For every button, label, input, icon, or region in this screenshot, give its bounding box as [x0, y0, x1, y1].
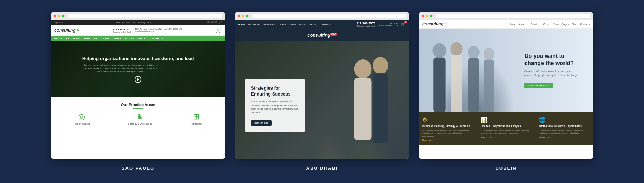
financial-icon: 📊	[481, 116, 531, 123]
sp-header: consulting 212 386 5575 Request a Call B…	[51, 25, 225, 36]
minimize-dot-db[interactable]	[426, 15, 428, 17]
browser-frame-sao-paulo: English ▼ Mon - Sat 8:00 - 18:00, Sunday…	[51, 12, 225, 159]
db-text-box: Do you want to change the world? Consult…	[518, 46, 588, 95]
db-hero-title: Do you want to change the world?	[524, 53, 582, 67]
db-service-planning-body: With insights into government policy, an…	[422, 129, 473, 138]
db-logo[interactable]: consulting™	[422, 22, 448, 26]
db-service-international-link[interactable]: Read more →	[539, 136, 590, 138]
abu-dhabi-label: ABU DHABI	[306, 166, 338, 171]
db-nav-news[interactable]: News	[553, 23, 559, 25]
sp-nav-news[interactable]: NEWS	[113, 37, 121, 40]
db-nav-contacts[interactable]: Contacts	[580, 23, 590, 25]
svg-rect-9	[468, 58, 479, 112]
sp-logo-dot	[77, 29, 79, 31]
sp-email[interactable]: info@consulting.com	[135, 30, 182, 32]
sao-paulo-label: SAO PAULO	[122, 166, 154, 171]
instagram-icon[interactable]	[215, 21, 217, 23]
svg-rect-3	[373, 73, 388, 143]
sp-nav-home[interactable]: HOME	[54, 37, 62, 40]
url-bar[interactable]	[68, 14, 222, 18]
sp-practice-strategy: ♞ Strategy & Operations	[128, 112, 152, 125]
sp-nav-contacts[interactable]: CONTACTS	[149, 37, 163, 40]
db-service-planning-link[interactable]: Read more →	[422, 139, 473, 141]
close-dot[interactable]	[54, 15, 56, 17]
db-service-planning-title: Business Planning, Strategy & Execution	[422, 124, 473, 128]
sp-phone-label: Request a Call Back	[113, 31, 131, 33]
close-dot-db[interactable]	[422, 15, 424, 17]
db-nav-shop[interactable]: Shop	[572, 23, 577, 25]
sp-topbar: English ▼ Mon - Sat 8:00 - 18:00, Sunday…	[51, 20, 225, 25]
db-service-financial: 📊 Financial Projections and Analysis Con…	[481, 116, 531, 141]
play-icon	[137, 78, 139, 81]
url-bar-ad[interactable]	[252, 14, 406, 18]
card-sao-paulo: English ▼ Mon - Sat 8:00 - 18:00, Sunday…	[51, 12, 225, 171]
minimize-dot[interactable]	[58, 15, 60, 17]
ad-header: HOME ABOUT US SERVICES CASES NEWS PAGES …	[235, 20, 409, 29]
technology-icon: ⊞	[190, 112, 202, 121]
expand-dot-db[interactable]	[430, 15, 432, 17]
sp-nav-services[interactable]: SERVICES	[84, 37, 97, 40]
expand-dot[interactable]	[62, 15, 64, 17]
ad-phone-number[interactable]: 212 386 5575	[356, 22, 375, 25]
db-cta-label: OUR SERVICES	[528, 84, 546, 86]
db-service-divider-2	[535, 116, 535, 141]
sp-practice-human-capital-label: Human Capital	[74, 123, 90, 125]
sp-hero-body: By making an impact on the current issue…	[82, 64, 159, 73]
arrow-right-icon: →	[547, 84, 550, 86]
svg-point-4	[432, 43, 446, 58]
sp-hours: Mon - Sat 8:00 - 18:00, Sunday CLOSED	[116, 22, 154, 24]
ad-nav-contacts[interactable]: CONTACTS	[319, 23, 332, 25]
ad-nav-services[interactable]: SERVICES	[263, 23, 275, 25]
sp-practice-tech: ⊞ Technology	[190, 112, 202, 125]
cart-icon[interactable]: 🛒	[216, 28, 222, 33]
sp-logo[interactable]: consulting	[54, 28, 79, 33]
sp-phone-number[interactable]: 212 386 5575	[113, 28, 131, 31]
ad-nav-pages[interactable]: PAGES	[299, 23, 307, 25]
close-dot-ad[interactable]	[238, 15, 240, 17]
db-nav-cases[interactable]: Cases	[543, 23, 550, 25]
ad-contact-right: 212 386 5575 Request a call back	[356, 22, 375, 27]
sp-nav-shop[interactable]: SHOP	[138, 37, 145, 40]
sp-address: 1010 Avenue of the Moon New York, NY 100…	[135, 28, 182, 30]
svg-point-2	[373, 57, 388, 74]
db-logo-accent: ™	[444, 22, 448, 26]
sp-practice-items: ◎ Human Capital ♞ Strategy & Operations …	[54, 112, 222, 125]
ad-logo-text[interactable]: consultingNEW	[307, 32, 336, 38]
twitter-icon[interactable]	[211, 21, 214, 23]
card-dublin: consulting™ Home About Us Services Cases…	[419, 12, 593, 171]
sp-language[interactable]: English ▼	[54, 22, 63, 24]
sp-play-button[interactable]	[135, 76, 141, 83]
db-nav-services[interactable]: Services	[531, 23, 540, 25]
expand-dot-ad[interactable]	[246, 15, 248, 17]
sp-hero-title: Helping organizations innovate, transfor…	[82, 56, 194, 62]
facebook-icon[interactable]	[207, 21, 210, 23]
ad-logo-bar: consultingNEW	[235, 29, 409, 41]
ad-nav-cases[interactable]: CASES	[278, 23, 286, 25]
url-bar-db[interactable]	[436, 14, 590, 18]
minimize-dot-ad[interactable]	[242, 15, 244, 17]
db-hero-cta[interactable]: OUR SERVICES →	[524, 83, 553, 88]
ad-hero-cta[interactable]: OUR CASES	[251, 120, 272, 126]
ad-nav: HOME ABOUT US SERVICES CASES NEWS PAGES …	[238, 23, 332, 25]
gallery-container: English ▼ Mon - Sat 8:00 - 18:00, Sunday…	[0, 2, 644, 181]
ad-nav-about[interactable]: ABOUT US	[248, 23, 260, 25]
db-nav-pages[interactable]: Pages	[562, 23, 569, 25]
sp-nav-about[interactable]: ABOUT US	[66, 37, 80, 40]
ad-nav-home[interactable]: HOME	[238, 23, 245, 25]
planning-icon: ⚙	[422, 116, 473, 123]
browser-bar	[51, 12, 225, 20]
sp-nav-cases[interactable]: CASES	[101, 37, 110, 40]
ad-cart-icon[interactable]: 🛒 2	[400, 22, 406, 27]
ad-nav-shop[interactable]: SHOP	[309, 23, 316, 25]
svg-rect-7	[451, 55, 462, 112]
sp-nav-pages[interactable]: PAGES	[125, 37, 134, 40]
db-hero-body: Consulting WP provides consulting, ideas…	[524, 70, 582, 77]
db-service-financial-link[interactable]: Read more →	[481, 136, 531, 138]
search-icon[interactable]	[219, 21, 222, 24]
svg-point-0	[354, 59, 372, 79]
db-nav-home[interactable]: Home	[509, 23, 515, 25]
ad-email[interactable]: info@consulting.com	[378, 24, 398, 26]
svg-point-10	[484, 48, 495, 60]
db-nav-about[interactable]: About Us	[518, 23, 528, 25]
ad-nav-news[interactable]: NEWS	[289, 23, 296, 25]
